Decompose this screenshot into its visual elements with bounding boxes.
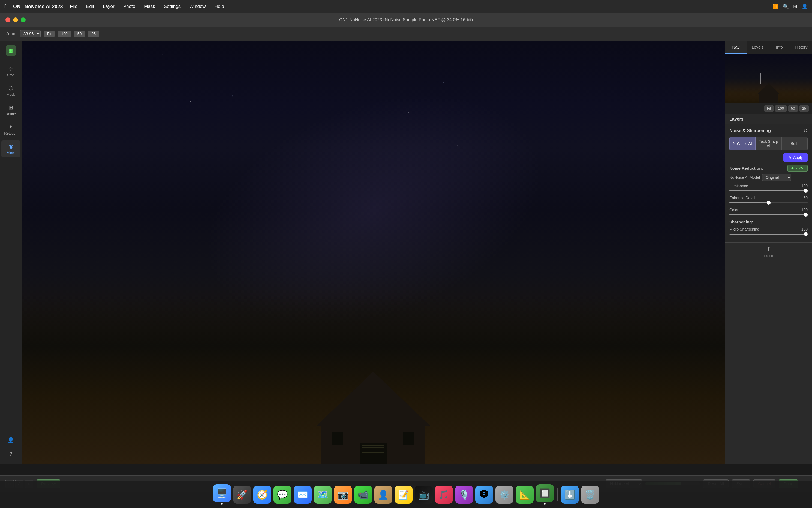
dock: 🖥️ 🚀 🧭 💬 ✉️ 🗺️ 📷 📹 👤 📝 📺 🎵 🎙️ 🅐 ⚙️ [0, 481, 812, 508]
model-select[interactable]: Original Enhanced High Detail [762, 174, 791, 181]
dock-podcasts[interactable]: 🎙️ [455, 485, 473, 504]
sharpening-title: Sharpening: [729, 220, 808, 224]
tab-history[interactable]: History [790, 41, 812, 54]
dock-contacts[interactable]: 👤 [374, 485, 392, 504]
search-icon[interactable]: 🔍 [783, 4, 789, 9]
zoom-fit-button[interactable]: Fit [44, 31, 55, 37]
sidebar-item-view[interactable]: ◉ View [1, 140, 20, 158]
micro-sharpening-thumb[interactable] [804, 232, 808, 236]
apply-button[interactable]: Apply [783, 153, 808, 162]
dock-notes[interactable]: 📝 [394, 485, 413, 504]
panel-zoom-fit[interactable]: Fit [764, 105, 773, 112]
dock-music[interactable]: 🎵 [435, 485, 453, 504]
dock-trash[interactable]: 🗑️ [581, 485, 599, 504]
sidebar-item-mask[interactable]: ⬡ Mask [1, 82, 20, 99]
zoom-25-button[interactable]: 25 [88, 31, 99, 37]
sidebar-item-crop[interactable]: ⊹ Crop [1, 63, 20, 80]
dock-safari[interactable]: 🧭 [253, 485, 271, 504]
dock-system-prefs[interactable]: ⚙️ [495, 485, 514, 504]
panel-zoom-50[interactable]: 50 [788, 105, 798, 112]
tab-info[interactable]: Info [769, 41, 791, 54]
model-label: NoNoise AI Model [729, 175, 760, 179]
enhance-detail-value: 50 [803, 196, 808, 200]
grid-toggle-button[interactable]: ▦ [6, 45, 16, 56]
menu-mask[interactable]: Mask [142, 3, 157, 10]
luminance-track[interactable] [729, 190, 808, 191]
luminance-slider-row: Luminance 100 [729, 183, 808, 192]
enhance-detail-track[interactable] [729, 202, 808, 203]
dock-separator [557, 488, 558, 502]
dock-messages[interactable]: 💬 [274, 485, 291, 504]
mode-tacksharp-button[interactable]: Tack Sharp AI [756, 137, 782, 150]
sidebar-item-refine[interactable]: ⊞ Refine [1, 101, 20, 119]
zoom-50-button[interactable]: 50 [74, 31, 85, 37]
dock-finder-active-dot [221, 503, 223, 505]
left-sidebar: ▦ ⊹ Crop ⬡ Mask ⊞ Refine ✦ Retouch ◉ Vie… [0, 41, 22, 464]
luminance-slider-header: Luminance 100 [729, 183, 808, 188]
micro-sharpening-header: Micro Sharpening 100 [729, 227, 808, 231]
luminance-label: Luminance [729, 183, 748, 188]
tab-levels[interactable]: Levels [747, 41, 769, 54]
view-label: View [7, 151, 15, 155]
luminance-fill [729, 190, 808, 191]
menu-window[interactable]: Window [188, 3, 207, 10]
mode-nonoise-button[interactable]: NoNoise AI [729, 137, 756, 150]
dock-on1-active-dot [544, 503, 545, 505]
barn-roof [316, 372, 431, 426]
nav-preview-viewport[interactable] [760, 73, 777, 84]
panel-zoom-25[interactable]: 25 [800, 105, 809, 112]
panel-zoom-100[interactable]: 100 [775, 105, 786, 112]
menu-settings[interactable]: Settings [162, 3, 182, 10]
maximize-button[interactable] [21, 17, 26, 23]
auto-on-button[interactable]: Auto On [787, 165, 808, 172]
window-title: ON1 NoNoise AI 2023 (NoNoise Sample Phot… [339, 17, 473, 23]
noise-reset-button[interactable]: ↺ [804, 128, 808, 134]
mode-both-button[interactable]: Both [781, 137, 808, 150]
luminance-thumb[interactable] [804, 189, 808, 193]
dock-facetime[interactable]: 📹 [354, 485, 372, 504]
micro-sharpening-value: 100 [801, 227, 808, 231]
color-thumb[interactable] [804, 213, 808, 217]
dock-maps[interactable]: 🗺️ [314, 485, 332, 504]
tab-nav[interactable]: Nav [725, 41, 747, 54]
dock-appstore[interactable]: 🅐 [475, 485, 493, 504]
dock-sketchbook[interactable]: 📐 [516, 485, 534, 504]
panel-export-button[interactable]: ⬆ Export [725, 243, 812, 261]
sharpening-section: Sharpening: Micro Sharpening 100 [729, 220, 808, 236]
sidebar-item-retouch[interactable]: ✦ Retouch [1, 121, 20, 138]
canvas-area[interactable]: | [22, 41, 725, 464]
close-button[interactable] [5, 17, 10, 23]
zoom-100-button[interactable]: 100 [58, 31, 70, 37]
noise-reduction-title: Noise Reduction: [729, 166, 763, 171]
apple-logo-icon[interactable]:  [4, 3, 6, 10]
enhance-detail-header: Enhance Detail 50 [729, 196, 808, 200]
dock-finder[interactable]: 🖥️ [213, 484, 231, 505]
dock-photos[interactable]: 📷 [334, 485, 352, 504]
sidebar-item-people[interactable]: 👤 [1, 434, 20, 446]
menu-file[interactable]: File [68, 3, 79, 10]
control-center-icon[interactable]: ⊞ [793, 4, 797, 9]
enhance-detail-thumb[interactable] [767, 201, 771, 205]
color-track[interactable] [729, 214, 808, 215]
dock-tv[interactable]: 📺 [415, 485, 433, 504]
color-label: Color [729, 208, 738, 212]
minimize-button[interactable] [13, 17, 18, 23]
layers-header: Layers [725, 114, 812, 124]
refine-label: Refine [6, 112, 16, 116]
dock-on1[interactable]: 🔲 [536, 484, 554, 505]
dock-downloads[interactable]: ⬇️ [561, 485, 579, 504]
menu-edit[interactable]: Edit [85, 3, 96, 10]
menu-layer[interactable]: Layer [101, 3, 116, 10]
export-icon: ⬆ [766, 246, 771, 253]
menu-photo[interactable]: Photo [122, 3, 137, 10]
dock-launchpad[interactable]: 🚀 [233, 485, 251, 504]
barn-window-right [403, 432, 414, 445]
dock-mail[interactable]: ✉️ [294, 485, 312, 504]
sidebar-item-help[interactable]: ? [1, 448, 20, 460]
micro-sharpening-track[interactable] [729, 234, 808, 235]
menu-help[interactable]: Help [213, 3, 226, 10]
zoom-select[interactable]: 33.96 50 100 [20, 30, 41, 37]
user-icon[interactable]: 👤 [802, 4, 808, 9]
right-panel: Nav Levels Info History [725, 41, 812, 464]
apply-row: Apply [729, 153, 808, 165]
